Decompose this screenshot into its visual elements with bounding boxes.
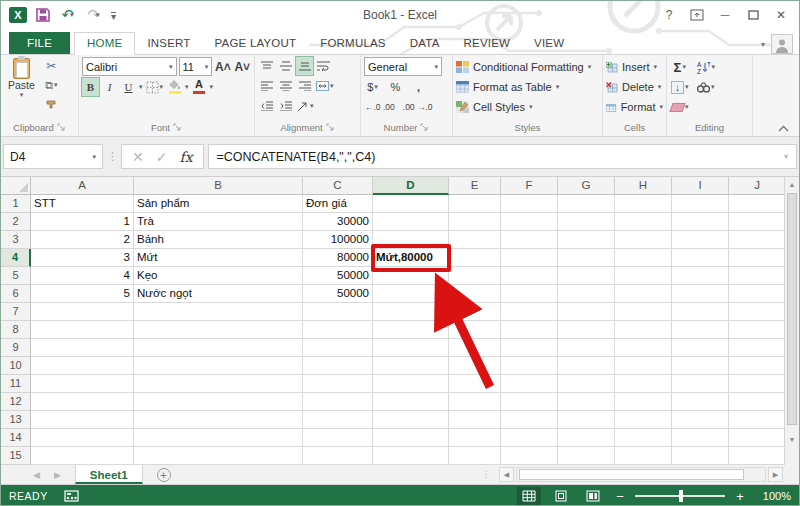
horizontal-scrollbar[interactable]: ⋮ ◀ ▶ [482,465,799,484]
cell-D11[interactable] [373,375,449,393]
find-select-button[interactable]: ▾ [696,78,717,96]
cell-C14[interactable] [303,429,373,447]
bottom-align-button[interactable] [296,57,313,75]
redo-dropdown-icon[interactable]: ▾ [96,11,100,19]
cell-C9[interactable] [303,339,373,357]
cell-A7[interactable] [31,303,134,321]
font-size-dropdown-icon[interactable]: ▾ [205,63,209,71]
cell-E9[interactable] [449,339,501,357]
cell-B15[interactable] [134,447,303,465]
row-header-14[interactable]: 14 [1,429,31,447]
tab-formulas[interactable]: FORMULAS [308,33,398,54]
autosum-dropdown-icon[interactable]: ▾ [682,63,686,71]
cell-G10[interactable] [558,357,615,375]
cell-D12[interactable] [373,393,449,411]
cell-A12[interactable] [31,393,134,411]
close-button[interactable]: ✕ [767,4,795,26]
cell-B2[interactable]: Trà [134,213,303,231]
next-sheet-icon[interactable]: ▶ [54,470,61,480]
cell-J11[interactable] [729,375,786,393]
borders-dropdown-icon[interactable]: ▾ [160,83,164,91]
cell-F11[interactable] [501,375,558,393]
cell-H11[interactable] [615,375,672,393]
cell-styles-button[interactable]: Cell Styles▾ [456,98,599,116]
row-header-10[interactable]: 10 [1,357,31,375]
cell-C8[interactable] [303,321,373,339]
cell-B3[interactable]: Bánh [134,231,303,249]
cell-F13[interactable] [501,411,558,429]
cell-styles-dropdown-icon[interactable]: ▾ [529,103,533,111]
cell-I10[interactable] [672,357,729,375]
formula-input[interactable]: =CONCATENATE(B4,",",C4)˅ [208,144,797,169]
cell-B5[interactable]: Kẹo [134,267,303,285]
cell-D5[interactable] [373,267,449,285]
cell-I2[interactable] [672,213,729,231]
prev-sheet-icon[interactable]: ◀ [33,470,40,480]
cell-C10[interactable] [303,357,373,375]
page-break-preview-button[interactable] [581,487,605,505]
cell-I12[interactable] [672,393,729,411]
cell-B8[interactable] [134,321,303,339]
cell-F12[interactable] [501,393,558,411]
format-cells-button[interactable]: Format▾ [606,98,663,116]
cell-C11[interactable] [303,375,373,393]
row-header-7[interactable]: 7 [1,303,31,321]
tab-data[interactable]: DATA [398,33,452,54]
cell-D7[interactable] [373,303,449,321]
cancel-formula-icon[interactable]: ✕ [132,149,144,165]
cell-J14[interactable] [729,429,786,447]
cell-H2[interactable] [615,213,672,231]
center-button[interactable] [277,77,294,95]
cell-A2[interactable]: 1 [31,213,134,231]
cell-J4[interactable] [729,249,786,267]
cell-C13[interactable] [303,411,373,429]
expand-formula-bar-icon[interactable]: ˅ [784,153,788,160]
cell-F5[interactable] [501,267,558,285]
cell-I14[interactable] [672,429,729,447]
cell-J7[interactable] [729,303,786,321]
cell-F6[interactable] [501,285,558,303]
cell-E4[interactable] [449,249,501,267]
cell-J9[interactable] [729,339,786,357]
cell-C2[interactable]: 30000 [303,213,373,231]
cell-H5[interactable] [615,267,672,285]
cell-H15[interactable] [615,447,672,465]
column-header-F[interactable]: F [501,177,558,195]
accounting-format-button[interactable]: $▾ [364,78,381,96]
minimize-button[interactable]: ─ [711,4,739,26]
insert-function-icon[interactable]: fx [179,149,192,165]
fill-dropdown-icon[interactable]: ▾ [685,83,689,91]
cell-E11[interactable] [449,375,501,393]
row-header-4[interactable]: 4 [1,249,31,267]
font-color-button[interactable]: A [191,78,208,96]
cell-G1[interactable] [558,195,615,213]
cell-G14[interactable] [558,429,615,447]
cell-E1[interactable] [449,195,501,213]
cell-E2[interactable] [449,213,501,231]
cell-A4[interactable]: 3 [31,249,134,267]
row-header-15[interactable]: 15 [1,447,31,465]
save-icon[interactable] [36,8,50,22]
orientation-button[interactable]: ▾ [296,97,315,115]
cell-G12[interactable] [558,393,615,411]
column-header-H[interactable]: H [615,177,672,195]
cell-B13[interactable] [134,411,303,429]
vertical-scrollbar[interactable]: ▲ ▼ [784,177,799,465]
cell-I8[interactable] [672,321,729,339]
cell-B11[interactable] [134,375,303,393]
cell-B9[interactable] [134,339,303,357]
decrease-font-size-button[interactable]: A˅ [234,58,251,76]
clipboard-dialog-launcher-icon[interactable] [57,123,66,132]
cell-A15[interactable] [31,447,134,465]
cell-D6[interactable] [373,285,449,303]
row-header-3[interactable]: 3 [1,231,31,249]
conditional-formatting-button[interactable]: Conditional Formatting▾ [456,58,599,76]
cell-H9[interactable] [615,339,672,357]
column-header-C[interactable]: C [303,177,373,195]
cell-A3[interactable]: 2 [31,231,134,249]
cell-B14[interactable] [134,429,303,447]
column-header-D[interactable]: D [373,177,449,195]
zoom-level[interactable]: 100% [755,490,791,502]
number-dialog-launcher-icon[interactable] [420,123,429,132]
borders-button[interactable]: ▾ [145,78,165,96]
